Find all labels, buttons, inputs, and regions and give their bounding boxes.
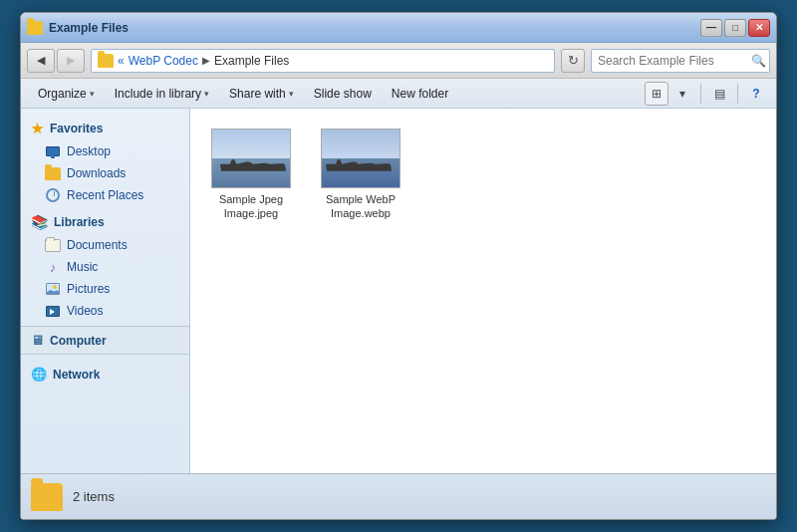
network-header[interactable]: 🌐 Network — [21, 359, 189, 390]
sidebar-item-music[interactable]: ♪ Music — [21, 256, 189, 278]
file-item-jpeg[interactable]: Sample JpegImage.jpeg — [206, 125, 296, 225]
file-grid: Sample JpegImage.jpeg Sample WebPImage.w… — [206, 125, 760, 225]
minimize-button[interactable]: — — [700, 19, 722, 37]
favorites-section: ★ Favorites Desktop Downloads — [21, 117, 189, 206]
sidebar-item-desktop[interactable]: Desktop — [21, 140, 189, 162]
network-icon: 🌐 — [31, 367, 47, 382]
status-folder-icon — [31, 483, 63, 511]
file-thumbnail-jpeg — [211, 129, 291, 188]
toolbar-right-controls: ⊞ ▾ ▤ ? — [645, 82, 768, 106]
file-name-webp: Sample WebPImage.webp — [326, 192, 396, 221]
downloads-icon — [45, 165, 61, 181]
include-library-arrow-icon: ▾ — [204, 89, 209, 99]
videos-icon — [45, 303, 61, 319]
organize-arrow-icon: ▾ — [90, 89, 95, 99]
window-title: Example Files — [49, 21, 129, 35]
new-folder-button[interactable]: New folder — [383, 82, 457, 106]
sidebar: ★ Favorites Desktop Downloads — [21, 109, 190, 473]
title-bar-controls: — □ ✕ — [700, 19, 770, 37]
network-section: 🌐 Network — [21, 359, 189, 390]
address-path-bar[interactable]: « WebP Codec ▶ Example Files — [91, 49, 555, 73]
title-bar-left: Example Files — [27, 21, 129, 35]
include-in-library-button[interactable]: Include in library ▾ — [106, 82, 218, 106]
status-bar: 2 items — [21, 473, 776, 519]
explorer-window: Example Files — □ ✕ ◀ ▶ « WebP Codec ▶ E… — [20, 12, 777, 520]
path-webp-codec[interactable]: WebP Codec — [129, 54, 198, 68]
path-example-files: Example Files — [214, 54, 289, 68]
sidebar-item-pictures[interactable]: Pictures — [21, 278, 189, 300]
favorites-header[interactable]: ★ Favorites — [21, 117, 189, 140]
content-panel: Sample JpegImage.jpeg Sample WebPImage.w… — [190, 109, 776, 473]
pictures-icon — [45, 281, 61, 297]
back-button[interactable]: ◀ — [27, 49, 55, 73]
help-button[interactable]: ? — [744, 82, 768, 106]
forward-button[interactable]: ▶ — [57, 49, 85, 73]
libraries-header[interactable]: 📚 Libraries — [21, 210, 189, 234]
toolbar-separator — [700, 84, 701, 104]
computer-label: Computer — [50, 334, 107, 348]
address-bar: ◀ ▶ « WebP Codec ▶ Example Files ↻ 🔍 — [21, 43, 776, 79]
sidebar-item-recent-places[interactable]: Recent Places — [21, 184, 189, 206]
close-button[interactable]: ✕ — [748, 19, 770, 37]
sidebar-item-downloads[interactable]: Downloads — [21, 162, 189, 184]
path-folder-icon — [98, 54, 114, 68]
share-with-button[interactable]: Share with ▾ — [220, 82, 303, 106]
file-thumbnail-webp — [321, 129, 400, 188]
search-icon: 🔍 — [751, 54, 766, 68]
main-area: ★ Favorites Desktop Downloads — [21, 109, 776, 473]
status-items-count: 2 items — [73, 489, 115, 504]
organize-button[interactable]: Organize ▾ — [29, 82, 104, 106]
computer-section: 🖥 Computer — [21, 326, 189, 355]
slide-show-button[interactable]: Slide show — [305, 82, 381, 106]
libraries-section: 📚 Libraries Documents ♪ Music — [21, 210, 189, 322]
search-box: 🔍 — [591, 49, 770, 73]
title-bar: Example Files — □ ✕ — [21, 13, 776, 43]
favorites-label: Favorites — [50, 122, 103, 135]
computer-header[interactable]: 🖥 Computer — [21, 327, 189, 354]
search-input[interactable] — [598, 54, 747, 68]
libraries-icon: 📚 — [31, 214, 48, 230]
recent-places-icon — [45, 187, 61, 203]
view-toggle-button[interactable]: ⊞ — [645, 82, 668, 106]
toolbar: Organize ▾ Include in library ▾ Share wi… — [21, 79, 776, 109]
toolbar-separator-2 — [737, 84, 738, 104]
details-pane-button[interactable]: ▤ — [707, 82, 731, 106]
sidebar-item-documents[interactable]: Documents — [21, 234, 189, 256]
share-arrow-icon: ▾ — [289, 89, 294, 99]
favorites-star-icon: ★ — [31, 121, 44, 136]
maximize-button[interactable]: □ — [724, 19, 746, 37]
file-name-jpeg: Sample JpegImage.jpeg — [219, 192, 283, 221]
libraries-label: Libraries — [54, 215, 105, 229]
documents-icon — [45, 237, 61, 253]
music-icon: ♪ — [45, 259, 61, 275]
view-dropdown-button[interactable]: ▾ — [670, 82, 694, 106]
network-label: Network — [53, 368, 100, 382]
refresh-button[interactable]: ↻ — [561, 49, 585, 73]
sidebar-item-videos[interactable]: Videos — [21, 300, 189, 322]
desktop-icon — [45, 143, 61, 159]
title-bar-folder-icon — [27, 21, 43, 35]
downloads-label: Downloads — [67, 166, 126, 180]
nav-buttons: ◀ ▶ — [27, 49, 85, 73]
path-part-1: « — [118, 54, 125, 68]
computer-icon: 🖥 — [31, 333, 44, 348]
file-item-webp[interactable]: Sample WebPImage.webp — [316, 125, 405, 225]
path-arrow: ▶ — [202, 55, 210, 66]
